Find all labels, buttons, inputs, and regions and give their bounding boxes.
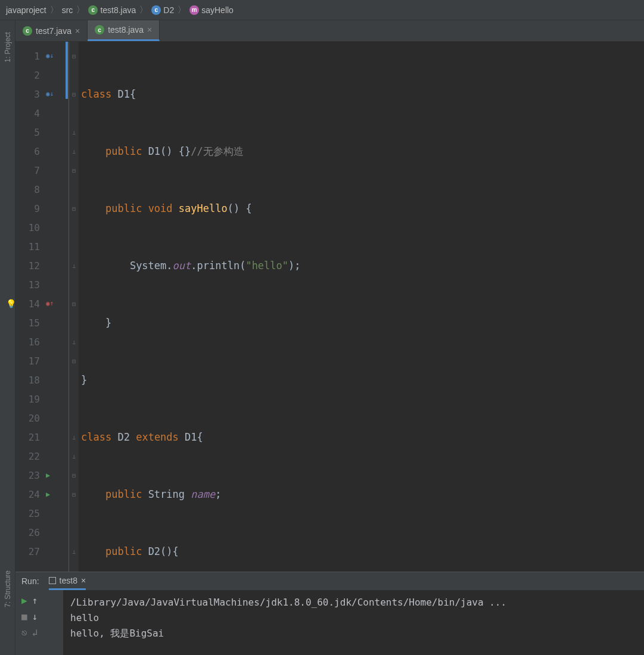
run-label: Run: bbox=[21, 576, 39, 586]
crumb-project[interactable]: javaproject bbox=[6, 5, 46, 15]
structure-tool-button[interactable]: 7: Structure bbox=[4, 570, 12, 607]
java-file-icon bbox=[23, 26, 32, 36]
crumb-method[interactable]: msayHello bbox=[189, 5, 234, 15]
java-file-icon bbox=[88, 5, 98, 15]
java-file-icon bbox=[95, 25, 104, 35]
close-tab-icon[interactable]: × bbox=[147, 25, 152, 35]
editor-tabs: test7.java × test8.java × bbox=[0, 20, 644, 42]
intention-bulb-icon[interactable]: 💡 bbox=[15, 299, 16, 308]
close-icon[interactable]: × bbox=[81, 576, 86, 585]
run-gutter-icon[interactable]: ▶ bbox=[46, 471, 54, 479]
method-change-bar bbox=[66, 42, 68, 99]
crumb-file[interactable]: test8.java bbox=[88, 5, 136, 15]
console-line: hello bbox=[70, 610, 637, 626]
tab-label: test8.java bbox=[108, 25, 144, 35]
gutter[interactable]: 1◉↓ 2 3◉↓ 4 5 6 7 8 9 10 11 12 13 14◉↑ 1… bbox=[15, 42, 69, 572]
chevron-right-icon: 〉 bbox=[139, 5, 148, 15]
down-icon[interactable]: ↓ bbox=[32, 611, 38, 622]
chevron-right-icon: 〉 bbox=[50, 5, 58, 15]
console-line: /Library/Java/JavaVirtualMachines/jdk1.8… bbox=[70, 595, 637, 610]
tab-test7[interactable]: test7.java × bbox=[15, 20, 88, 41]
exit-icon[interactable]: ⎋ bbox=[21, 627, 27, 638]
up-icon[interactable]: ↑ bbox=[32, 595, 38, 606]
crumb-class[interactable]: cD2 bbox=[151, 5, 174, 15]
fold-column[interactable]: ⊟⊟⊥⊥ ⊟⊟⊥ ⊟💡⊥ ⊟⊥⊥ ⊟⊟⊥ bbox=[69, 42, 79, 572]
console-output[interactable]: /Library/Java/JavaVirtualMachines/jdk1.8… bbox=[63, 590, 644, 655]
run-gutter-icon[interactable]: ▶ bbox=[46, 490, 54, 498]
run-panel-header: Run: test8 × bbox=[15, 572, 644, 590]
method-icon: m bbox=[189, 5, 199, 15]
breadcrumb: javaproject 〉 src 〉 test8.java 〉 cD2 〉 m… bbox=[0, 0, 644, 20]
code-editor[interactable]: class D1{ public D1() {}//无参构造 public vo… bbox=[79, 42, 644, 572]
chevron-right-icon: 〉 bbox=[76, 5, 85, 15]
app-icon bbox=[49, 577, 56, 584]
override-down-icon[interactable]: ◉↓ bbox=[46, 52, 54, 60]
override-up-icon[interactable]: ◉↑ bbox=[46, 300, 54, 308]
close-tab-icon[interactable]: × bbox=[75, 26, 80, 36]
run-panel: Run: test8 × ▶ ↑ ■ ↓ ⎋ ↲ /Library/Java/J… bbox=[15, 572, 644, 655]
crumb-src[interactable]: src bbox=[62, 5, 73, 15]
override-down-icon[interactable]: ◉↓ bbox=[46, 90, 54, 98]
chevron-right-icon: 〉 bbox=[178, 5, 186, 15]
console-line: hello, 我是BigSai bbox=[70, 626, 637, 641]
tab-label: test7.java bbox=[36, 26, 71, 36]
run-toolbar: ▶ ↑ ■ ↓ ⎋ ↲ bbox=[15, 590, 63, 655]
rerun-icon[interactable]: ▶ bbox=[21, 595, 27, 606]
wrap-icon[interactable]: ↲ bbox=[32, 627, 38, 638]
tab-test8[interactable]: test8.java × bbox=[88, 20, 160, 41]
editor-area: 1◉↓ 2 3◉↓ 4 5 6 7 8 9 10 11 12 13 14◉↑ 1… bbox=[15, 42, 644, 572]
left-toolbar: 1: Project 7: Structure bbox=[0, 20, 15, 655]
project-tool-button[interactable]: 1: Project bbox=[4, 32, 12, 63]
run-config-tab[interactable]: test8 × bbox=[49, 572, 86, 590]
class-icon: c bbox=[151, 5, 161, 15]
stop-icon[interactable]: ■ bbox=[21, 611, 27, 622]
